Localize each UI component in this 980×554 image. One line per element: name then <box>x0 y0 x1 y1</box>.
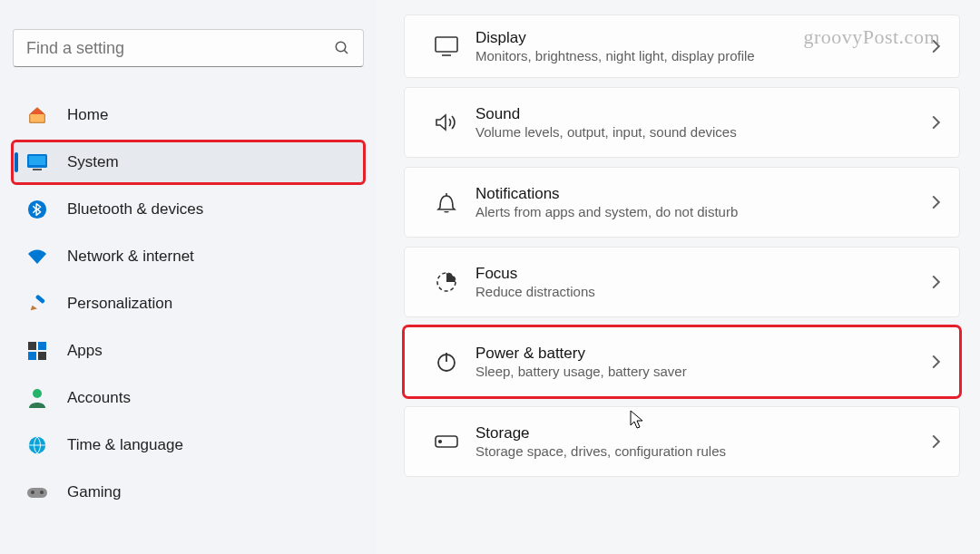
card-subtitle: Sleep, battery usage, battery saver <box>475 363 931 381</box>
sidebar-item-label: Bluetooth & devices <box>67 200 203 219</box>
chevron-right-icon <box>931 38 941 54</box>
svg-point-15 <box>40 491 44 494</box>
setting-card-power-battery[interactable]: Power & battery Sleep, battery usage, ba… <box>404 326 960 397</box>
svg-point-11 <box>33 389 42 398</box>
card-text: Sound Volume levels, output, input, soun… <box>475 104 931 141</box>
sidebar-item-bluetooth[interactable]: Bluetooth & devices <box>13 189 364 230</box>
svg-rect-10 <box>38 352 46 360</box>
globe-clock-icon <box>24 435 51 455</box>
content-pane: Display Monitors, brightness, night ligh… <box>377 0 980 554</box>
card-subtitle: Reduce distractions <box>475 283 931 301</box>
chevron-right-icon <box>931 354 941 370</box>
setting-card-notifications[interactable]: Notifications Alerts from apps and syste… <box>404 167 960 238</box>
wifi-icon <box>24 248 51 266</box>
svg-rect-4 <box>33 169 42 170</box>
svg-rect-9 <box>28 352 36 360</box>
card-title: Sound <box>475 104 931 123</box>
chevron-right-icon <box>931 114 941 131</box>
sidebar: Home System Bluetooth & devices Network … <box>0 0 377 554</box>
sidebar-item-label: Network & internet <box>67 248 194 266</box>
card-text: Focus Reduce distractions <box>475 264 931 301</box>
sidebar-item-accounts[interactable]: Accounts <box>13 377 364 419</box>
sidebar-item-gaming[interactable]: Gaming <box>13 471 364 513</box>
card-subtitle: Monitors, brightness, night light, displ… <box>475 47 931 65</box>
svg-rect-6 <box>35 295 45 305</box>
sidebar-item-personalization[interactable]: Personalization <box>13 283 364 325</box>
svg-point-0 <box>336 42 346 52</box>
card-title: Notifications <box>475 184 931 203</box>
person-icon <box>24 388 51 408</box>
sidebar-item-label: System <box>67 153 119 171</box>
sidebar-item-apps[interactable]: Apps <box>13 330 364 372</box>
card-text: Storage Storage space, drives, configura… <box>475 423 931 461</box>
sound-icon <box>426 112 466 133</box>
setting-card-display[interactable]: Display Monitors, brightness, night ligh… <box>404 15 960 78</box>
svg-point-14 <box>31 491 34 494</box>
card-subtitle: Volume levels, output, input, sound devi… <box>475 123 931 141</box>
setting-card-storage[interactable]: Storage Storage space, drives, configura… <box>404 406 960 477</box>
sidebar-item-label: Accounts <box>67 389 131 407</box>
card-title: Display <box>475 28 931 47</box>
setting-card-sound[interactable]: Sound Volume levels, output, input, soun… <box>404 87 960 158</box>
sidebar-item-system[interactable]: System <box>13 141 364 183</box>
sidebar-item-home[interactable]: Home <box>13 94 364 136</box>
apps-icon <box>24 342 51 360</box>
search-field[interactable] <box>26 39 334 58</box>
card-title: Focus <box>475 264 931 283</box>
system-icon <box>24 153 51 171</box>
bluetooth-icon <box>24 199 51 219</box>
search-input[interactable] <box>13 29 364 67</box>
card-text: Display Monitors, brightness, night ligh… <box>475 28 931 65</box>
svg-rect-13 <box>27 488 47 498</box>
chevron-right-icon <box>931 194 941 210</box>
card-text: Power & battery Sleep, battery usage, ba… <box>475 344 931 381</box>
setting-card-focus[interactable]: Focus Reduce distractions <box>404 247 960 317</box>
sidebar-item-label: Gaming <box>67 483 122 501</box>
chevron-right-icon <box>931 274 941 290</box>
sidebar-item-network[interactable]: Network & internet <box>13 236 364 277</box>
svg-point-23 <box>439 441 442 443</box>
search-icon <box>334 40 350 56</box>
display-icon <box>426 35 466 57</box>
sidebar-item-label: Apps <box>67 342 103 360</box>
power-icon <box>426 350 466 374</box>
sidebar-item-label: Time & language <box>67 436 183 454</box>
storage-icon <box>426 434 466 449</box>
chevron-right-icon <box>931 433 941 450</box>
svg-rect-8 <box>38 342 46 350</box>
sidebar-item-label: Personalization <box>67 295 172 313</box>
card-subtitle: Alerts from apps and system, do not dist… <box>475 203 931 221</box>
focus-icon <box>426 270 466 294</box>
card-subtitle: Storage space, drives, configuration rul… <box>475 442 931 461</box>
card-title: Power & battery <box>475 344 931 363</box>
svg-rect-16 <box>436 37 457 52</box>
paintbrush-icon <box>24 294 51 314</box>
home-icon <box>24 105 51 125</box>
sidebar-item-label: Home <box>67 106 108 124</box>
svg-rect-7 <box>28 342 36 350</box>
bell-icon <box>426 190 466 214</box>
card-text: Notifications Alerts from apps and syste… <box>475 184 931 221</box>
svg-rect-3 <box>29 156 45 165</box>
card-title: Storage <box>475 423 931 442</box>
svg-line-1 <box>344 50 348 53</box>
sidebar-item-time-language[interactable]: Time & language <box>13 424 364 466</box>
gamepad-icon <box>24 484 51 501</box>
